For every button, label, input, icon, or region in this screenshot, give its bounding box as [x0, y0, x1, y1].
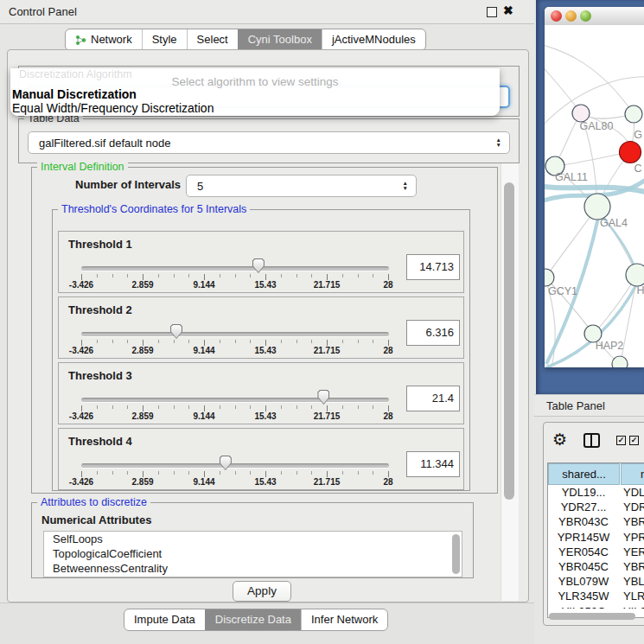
tab-cyni-toolbox[interactable]: Cyni Toolbox: [238, 29, 322, 50]
network-node[interactable]: [625, 105, 642, 123]
tick-label: 9.144: [193, 280, 214, 290]
algorithm-option-1[interactable]: Manual Discretization: [12, 87, 137, 101]
tick-mark: [250, 471, 251, 475]
algorithm-option-2[interactable]: Equal Width/Frequency Discretization: [12, 101, 214, 115]
slider-track[interactable]: [81, 332, 389, 336]
network-canvas[interactable]: GAL80GCGAL11GAL4GCY1HHAP2: [545, 25, 644, 367]
network-node[interactable]: [620, 142, 641, 163]
tick-label: 28: [383, 411, 392, 421]
tab-label: Select: [197, 29, 228, 50]
tick-mark: [235, 405, 236, 409]
column-header-name[interactable]: n: [621, 463, 644, 485]
tick-mark: [342, 340, 343, 343]
attribute-item[interactable]: SelfLoops: [44, 532, 462, 546]
column-header-shared-name[interactable]: shared...: [548, 463, 620, 485]
tab-network[interactable]: Network: [66, 29, 142, 50]
slider-thumb-icon[interactable]: [317, 390, 329, 405]
threshold-panel-3: Threshold 3 -3.4262.8599.14415.4321.7152…: [58, 362, 464, 424]
split-view-icon[interactable]: [583, 433, 600, 448]
threshold-value-field[interactable]: 21.4: [406, 386, 460, 411]
mac-close-icon[interactable]: [551, 10, 562, 22]
slider-track[interactable]: [81, 398, 389, 402]
algorithm-dropdown-popup: Discretization Algorithm Select algorith…: [10, 68, 500, 116]
slider-track[interactable]: [81, 463, 389, 468]
numerical-attributes-label: Numerical Attributes: [41, 513, 151, 526]
cell-name: YIL0: [619, 605, 644, 609]
tick-mark: [97, 274, 98, 277]
tick-mark: [204, 405, 205, 411]
tick-mark: [358, 471, 359, 475]
screen: Control Panel ✖ NetworkStyleSelectCyni T…: [0, 0, 644, 644]
network-node[interactable]: [545, 269, 554, 286]
float-icon[interactable]: [487, 7, 497, 17]
control-panel-titlebar: Control Panel ✖: [0, 0, 534, 24]
network-node[interactable]: [626, 264, 644, 286]
settings-scrollbar[interactable]: [501, 163, 519, 601]
table-row[interactable]: YBL079WYBL0: [548, 575, 644, 590]
table-data-combobox[interactable]: galFiltered.sif default node ▲▼: [28, 131, 510, 154]
tick-mark: [281, 274, 282, 277]
network-node-label: C: [634, 163, 641, 175]
attributes-scrollbar-thumb[interactable]: [452, 534, 460, 574]
settings-scrollbar-thumb[interactable]: [504, 182, 514, 500]
tick-label: 21.715: [314, 411, 341, 421]
slider-track[interactable]: [81, 266, 389, 271]
checkbox-icon[interactable]: ✓: [629, 436, 639, 445]
table-row[interactable]: YBR043CYBR0: [548, 515, 644, 530]
table-row[interactable]: YDR27...YDR2: [548, 501, 644, 515]
tick-mark: [296, 274, 297, 277]
cell-name: YDR2: [619, 501, 644, 513]
close-icon[interactable]: ✖: [503, 3, 513, 17]
slider-thumb-icon[interactable]: [170, 324, 182, 339]
slider-thumb-icon[interactable]: [252, 258, 265, 273]
stepper-arrows-icon[interactable]: ▲▼: [496, 137, 501, 148]
attributes-list[interactable]: SelfLoopsTopologicalCoefficientBetweenne…: [43, 531, 462, 577]
gear-icon[interactable]: ⚙: [552, 430, 567, 450]
tick-mark: [327, 405, 328, 411]
table-row[interactable]: YBR045CYBR0: [548, 560, 644, 575]
tick-mark: [358, 340, 359, 343]
network-node-label: G: [634, 129, 642, 141]
network-node[interactable]: [612, 356, 628, 367]
table-row[interactable]: YPR145WYPR1: [548, 531, 644, 545]
cell-name: YLR3: [619, 590, 644, 603]
tick-mark: [158, 340, 159, 343]
table-row[interactable]: YIL052CYIL0: [548, 605, 644, 609]
tick-label: 2.859: [131, 477, 153, 487]
number-of-intervals-combobox[interactable]: 5 ▲▼: [186, 175, 417, 197]
mac-zoom-icon[interactable]: [580, 10, 591, 22]
apply-button[interactable]: Apply: [233, 581, 291, 602]
tab-infer-network[interactable]: Infer Network: [301, 609, 387, 630]
mac-minimize-icon[interactable]: [565, 10, 577, 22]
table-row[interactable]: YLR345WYLR3: [548, 590, 644, 604]
threshold-value-field[interactable]: 11.344: [406, 451, 460, 477]
network-node[interactable]: [572, 105, 590, 122]
tab-impute-data[interactable]: Impute Data: [124, 609, 205, 630]
stepper-arrows-icon[interactable]: ▲▼: [403, 181, 408, 191]
tick-mark: [388, 340, 389, 346]
window-title: Control Panel: [9, 5, 77, 18]
network-window-titlebar[interactable]: [545, 7, 644, 26]
tick-label: -3.426: [69, 280, 93, 290]
tab-style[interactable]: Style: [142, 29, 187, 50]
threshold-value-field[interactable]: 14.713: [406, 254, 460, 280]
slider-thumb-icon[interactable]: [220, 456, 232, 470]
tick-mark: [388, 274, 389, 280]
table-hscrollbar-thumb[interactable]: [549, 613, 635, 620]
attribute-item[interactable]: TopologicalCoefficient: [44, 546, 462, 561]
table-row[interactable]: YER054CYER0: [548, 545, 644, 560]
tick-mark: [174, 340, 175, 343]
tab-jactivemnodules[interactable]: jActiveMNodules: [322, 29, 425, 50]
threshold-value-field[interactable]: 6.316: [406, 320, 460, 346]
network-node[interactable]: [584, 194, 610, 220]
tick-mark: [97, 340, 98, 343]
tick-mark: [188, 471, 189, 475]
tab-discretize-data[interactable]: Discretize Data: [205, 609, 301, 630]
table-row[interactable]: YDL19...YDL1: [548, 486, 644, 501]
tick-mark: [188, 405, 189, 409]
checkbox-icon[interactable]: ✓: [616, 436, 626, 445]
tick-mark: [127, 405, 128, 409]
attribute-item[interactable]: BetweennessCentrality: [44, 561, 462, 576]
tab-select[interactable]: Select: [187, 29, 238, 50]
tick-mark: [358, 274, 359, 277]
